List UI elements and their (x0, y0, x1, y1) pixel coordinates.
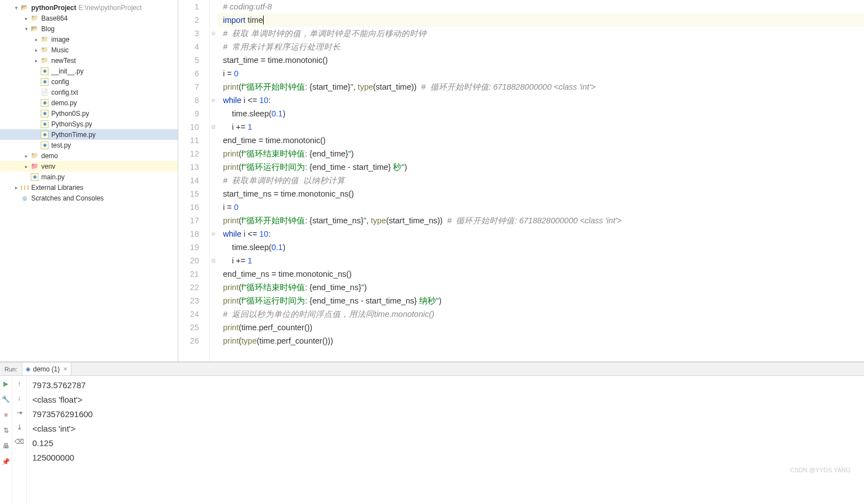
code-line[interactable]: # 获取单调时钟的值 以纳秒计算 (217, 174, 864, 187)
code-line[interactable]: time.sleep(0.1) (217, 107, 864, 120)
tree-item[interactable]: ▸demo (0, 150, 178, 161)
fold-marker[interactable] (210, 80, 217, 94)
code-line[interactable]: print(f"循环结束时钟值: {end_time_ns}") (217, 281, 864, 294)
fold-marker[interactable] (210, 294, 217, 307)
chevron-icon[interactable]: ▸ (12, 185, 20, 190)
code-line[interactable]: end_time = time.monotonic() (217, 134, 864, 147)
chevron-icon[interactable]: ▸ (32, 58, 40, 63)
tree-item[interactable]: PythonTime.py (0, 129, 178, 140)
tree-item[interactable]: ▾pythonProject E:\new\pythonProject (0, 2, 178, 13)
fold-marker[interactable] (210, 307, 217, 321)
code-line[interactable]: start_time = time.monotonic() (217, 53, 864, 67)
tree-item[interactable]: ▸newTest (0, 55, 178, 66)
chevron-icon[interactable]: ▸ (22, 16, 30, 21)
fold-marker[interactable] (210, 40, 217, 53)
run-tab[interactable]: ◉ demo (1) ✕ (22, 363, 71, 375)
chevron-icon[interactable]: ▾ (12, 5, 20, 11)
code-line[interactable]: while i <= 10: (217, 94, 864, 107)
fold-marker[interactable] (210, 134, 217, 147)
tree-item[interactable]: main.py (0, 172, 178, 182)
tree-item[interactable]: ▸image (0, 34, 178, 45)
tree-item[interactable]: ▸Base864 (0, 13, 178, 23)
code-line[interactable]: # 获取 单调时钟的值，单调时钟是不能向后移动的时钟 (217, 27, 864, 40)
down-icon[interactable]: ↓ (15, 394, 24, 403)
tree-item[interactable]: PythonSys.py (0, 119, 178, 129)
fold-marker[interactable] (210, 200, 217, 214)
code-line[interactable]: start_time_ns = time.monotonic_ns() (217, 187, 864, 200)
code-line[interactable]: print(f"循环开始时钟值: {start_time}", type(sta… (217, 80, 864, 94)
fold-marker[interactable] (210, 334, 217, 348)
fold-marker[interactable] (210, 147, 217, 160)
tree-item[interactable]: Python0S.py (0, 108, 178, 119)
tree-item-label: Blog (41, 25, 55, 33)
code-area[interactable]: # coding:utf-8import time# 获取 单调时钟的值，单调时… (217, 0, 864, 361)
fold-marker[interactable] (210, 187, 217, 200)
tree-item[interactable]: test.py (0, 140, 178, 150)
tree-item[interactable]: ▸External Libraries (0, 182, 178, 193)
stop-button[interactable]: ■ (2, 410, 11, 419)
fold-marker[interactable] (210, 0, 217, 13)
fold-marker[interactable]: ⊖ (210, 27, 217, 40)
console-output[interactable]: 7973.5762787<class 'float'>7973576291600… (27, 376, 864, 504)
code-line[interactable]: i = 0 (217, 67, 864, 80)
code-line[interactable]: while i <= 10: (217, 227, 864, 241)
tree-item[interactable]: __init__.py (0, 66, 178, 76)
fold-marker[interactable]: ⊖ (210, 94, 217, 107)
code-line[interactable]: print(type(time.perf_counter())) (217, 334, 864, 348)
tree-item[interactable]: ▸Music (0, 45, 178, 55)
chevron-icon[interactable]: ▾ (22, 26, 30, 32)
tree-item[interactable]: demo.py (0, 97, 178, 108)
code-line[interactable]: i += 1 (217, 254, 864, 267)
code-line[interactable]: print(f"循环运行时间为: {end_time - start_time}… (217, 160, 864, 174)
tree-item[interactable]: config.txt (0, 87, 178, 97)
pin-button[interactable]: 📌 (2, 457, 11, 466)
fold-marker[interactable] (210, 241, 217, 254)
code-line[interactable]: # 返回以秒为单位的时间浮点值，用法同time.monotonic() (217, 307, 864, 321)
fold-marker[interactable]: ⊖ (210, 227, 217, 241)
chevron-icon[interactable]: ▸ (22, 164, 30, 169)
close-icon[interactable]: ✕ (63, 366, 67, 372)
tree-item[interactable]: ▸venv (0, 161, 178, 172)
tree-item[interactable]: ▾Blog (0, 23, 178, 34)
code-line[interactable]: i += 1 (217, 120, 864, 134)
code-line[interactable]: import time (217, 13, 864, 27)
chevron-icon[interactable]: ▸ (22, 153, 30, 159)
fold-column[interactable]: ⊖⊖⊟⊖⊟ (210, 0, 217, 361)
chevron-icon[interactable]: ▸ (32, 47, 40, 53)
wrap-icon[interactable]: ⇥ (15, 408, 24, 417)
fold-marker[interactable] (210, 160, 217, 174)
fold-marker[interactable] (210, 174, 217, 187)
code-line[interactable]: print(f"循环开始时钟值: {start_time_ns}", type(… (217, 214, 864, 227)
fold-marker[interactable] (210, 267, 217, 281)
code-line[interactable]: # coding:utf-8 (217, 0, 864, 13)
fold-marker[interactable]: ⊟ (210, 120, 217, 134)
fold-marker[interactable] (210, 53, 217, 67)
clear-icon[interactable]: ⌫ (15, 437, 24, 446)
fold-marker[interactable] (210, 214, 217, 227)
tools-button[interactable]: 🔧 (2, 395, 11, 404)
fold-marker[interactable] (210, 107, 217, 120)
code-line[interactable]: print(f"循环结束时钟值: {end_time}") (217, 147, 864, 160)
scroll-icon[interactable]: ⤓ (15, 423, 24, 432)
chevron-icon[interactable]: ▸ (32, 37, 40, 42)
layout-button[interactable]: ⇅ (2, 426, 11, 435)
code-line[interactable]: print(time.perf_counter()) (217, 321, 864, 334)
code-line[interactable]: time.sleep(0.1) (217, 241, 864, 254)
fold-marker[interactable]: ⊟ (210, 254, 217, 267)
code-line[interactable]: i = 0 (217, 200, 864, 214)
tree-item[interactable]: Scratches and Consoles (0, 193, 178, 203)
tree-item[interactable]: config (0, 76, 178, 87)
print-button[interactable]: 🖶 (2, 442, 11, 451)
fold-marker[interactable] (210, 67, 217, 80)
code-line[interactable]: end_time_ns = time.monotonic_ns() (217, 267, 864, 281)
code-line[interactable]: print(f"循环运行时间为: {end_time_ns - start_ti… (217, 294, 864, 307)
fold-marker[interactable] (210, 321, 217, 334)
rerun-button[interactable]: ▶ (2, 379, 11, 388)
fold-marker[interactable] (210, 281, 217, 294)
fold-marker[interactable] (210, 13, 217, 27)
project-tree[interactable]: ▾pythonProject E:\new\pythonProject▸Base… (0, 0, 178, 361)
code-editor[interactable]: 1234567891011121314151617181920212223242… (178, 0, 864, 361)
line-number: 23 (178, 294, 199, 307)
up-icon[interactable]: ↑ (15, 379, 24, 388)
code-line[interactable]: # 常用来计算程序运行处理时长 (217, 40, 864, 53)
